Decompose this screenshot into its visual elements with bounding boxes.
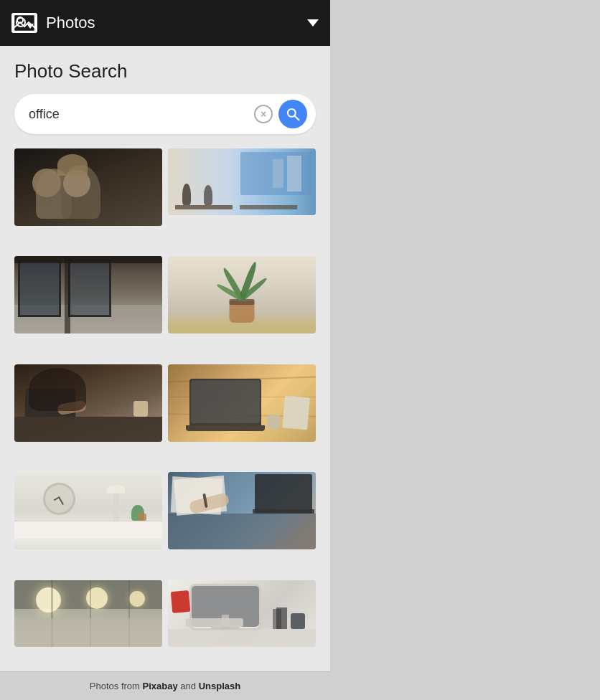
svg-point-1 xyxy=(17,17,23,23)
clear-button[interactable]: × xyxy=(254,105,273,123)
clear-icon: × xyxy=(261,108,266,120)
search-button[interactable] xyxy=(278,100,307,128)
section-title: Photo Search xyxy=(14,60,316,82)
photos-panel: Photos Photo Search office × xyxy=(0,0,330,700)
header-title: Photos xyxy=(46,14,95,32)
header: Photos xyxy=(0,0,330,46)
footer-source2: Unsplash xyxy=(199,681,241,691)
photo-item[interactable] xyxy=(168,148,316,215)
photo-grid xyxy=(14,148,316,671)
svg-rect-0 xyxy=(14,14,35,32)
photo-item[interactable] xyxy=(14,148,162,226)
svg-line-3 xyxy=(295,116,299,120)
photo-item[interactable] xyxy=(14,580,162,647)
search-input[interactable]: office xyxy=(29,107,254,122)
panel-content: Photo Search office × xyxy=(0,46,330,671)
search-bar: office × xyxy=(14,94,316,134)
footer: Photos from Pixabay and Unsplash xyxy=(0,671,330,700)
footer-middle: and xyxy=(178,681,199,691)
footer-prefix: Photos from xyxy=(90,681,143,691)
photo-item[interactable] xyxy=(14,472,162,549)
photo-item[interactable] xyxy=(168,364,316,442)
dropdown-arrow-icon[interactable] xyxy=(307,19,319,27)
photo-item[interactable] xyxy=(14,256,162,334)
photos-icon xyxy=(11,13,37,33)
photo-item[interactable] xyxy=(14,364,162,442)
right-panel xyxy=(330,0,600,700)
search-icon xyxy=(286,107,300,121)
footer-source1: Pixabay xyxy=(143,681,178,691)
photo-item[interactable] xyxy=(168,580,316,647)
photo-item[interactable] xyxy=(168,256,316,334)
photo-item[interactable] xyxy=(168,472,316,549)
header-left: Photos xyxy=(11,13,95,33)
